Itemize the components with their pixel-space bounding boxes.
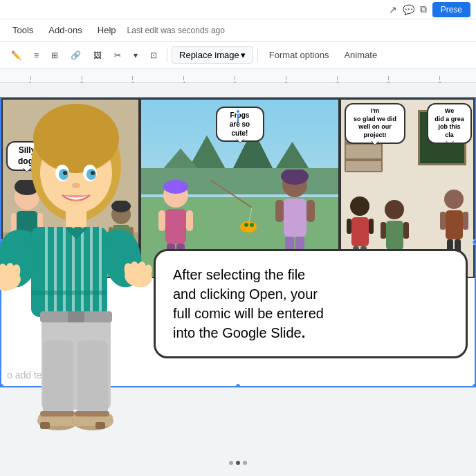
slide-dot-3	[243, 461, 247, 465]
svg-rect-71	[63, 227, 66, 317]
svg-point-63	[63, 171, 67, 175]
svg-rect-89	[43, 340, 73, 416]
comment-icon: 💬	[403, 4, 414, 15]
bitmoji-character	[0, 83, 159, 470]
frog-scene	[210, 180, 266, 235]
toolbar-separator	[167, 48, 167, 62]
svg-rect-51	[446, 210, 463, 239]
svg-rect-90	[77, 340, 108, 416]
svg-rect-99	[31, 291, 107, 295]
svg-rect-94	[40, 422, 50, 429]
svg-rect-37	[306, 200, 315, 222]
bitmoji-svg	[0, 83, 159, 470]
svg-rect-72	[72, 227, 75, 317]
replace-image-button[interactable]: Replace image ▾	[172, 46, 253, 64]
svg-rect-69	[45, 227, 48, 317]
slide-dot-2	[236, 461, 240, 465]
svg-rect-24	[158, 210, 165, 231]
slideshow-icon: ⧉	[420, 3, 427, 15]
handle-dot[interactable]	[235, 109, 241, 114]
svg-point-50	[444, 190, 464, 209]
edit-icon-btn[interactable]: ✏️	[6, 48, 27, 63]
svg-point-30	[250, 223, 254, 227]
svg-rect-97	[75, 411, 109, 416]
svg-rect-93	[40, 411, 75, 416]
slide-dots	[229, 461, 247, 465]
trend-icon: ↗	[389, 4, 397, 15]
annotation-box: After selecting the fileand clicking Ope…	[154, 249, 468, 358]
toolbar-icon-2[interactable]: ≡	[28, 48, 44, 63]
replace-image-label: Replace image	[179, 50, 239, 60]
svg-point-28	[240, 221, 257, 232]
selection-handle-top[interactable]	[235, 109, 241, 122]
svg-rect-70	[54, 227, 57, 317]
bubble-glad: I'mso glad we didwell on ourproject!	[345, 103, 405, 144]
svg-rect-33	[284, 199, 306, 237]
window-chrome: ↗ 💬 ⧉ Prese	[0, 0, 476, 19]
corner-handle-br[interactable]	[472, 383, 476, 387]
format-options-button[interactable]: Format options	[262, 47, 336, 63]
svg-rect-42	[347, 219, 351, 234]
svg-rect-88	[68, 311, 84, 322]
menu-addons[interactable]: Add-ons	[42, 22, 89, 38]
svg-rect-67	[66, 209, 86, 230]
svg-rect-73	[81, 227, 84, 317]
toolbar-separator-2	[257, 48, 258, 62]
toolbar: ✏️ ≡ ⊞ 🔗 🖼 ✂ ▾ ⊡ Replace image ▾ Format …	[0, 42, 476, 69]
svg-rect-75	[99, 227, 102, 317]
toolbar-icon-3[interactable]: ⊞	[46, 48, 64, 63]
handle-line	[237, 114, 239, 122]
svg-rect-98	[95, 422, 105, 429]
menu-help[interactable]: Help	[91, 22, 123, 38]
svg-rect-48	[381, 222, 386, 239]
crop-icon-btn[interactable]: ✂	[109, 48, 127, 63]
menu-bar: Tools Add-ons Help Last edit was seconds…	[0, 19, 476, 42]
svg-point-58	[33, 104, 119, 173]
svg-rect-45	[386, 221, 403, 250]
svg-point-64	[91, 171, 95, 175]
svg-point-20	[163, 180, 188, 194]
svg-rect-36	[275, 200, 284, 222]
annotation-bold: .	[302, 325, 306, 340]
ruler: 1 2 3 4 5 6 7 8 9	[0, 69, 476, 83]
svg-point-38	[350, 196, 369, 216]
link-icon-btn[interactable]: 🔗	[65, 48, 86, 63]
svg-rect-55	[463, 212, 468, 230]
svg-rect-54	[440, 212, 446, 230]
svg-line-26	[210, 180, 252, 208]
svg-rect-21	[165, 209, 186, 244]
svg-rect-68	[31, 227, 107, 317]
slide-dot-1	[229, 461, 233, 465]
svg-rect-43	[369, 219, 374, 234]
svg-rect-49	[403, 222, 409, 239]
annotation-text: After selecting the fileand clicking Ope…	[173, 267, 324, 340]
svg-rect-25	[186, 210, 193, 231]
crop-dropdown-btn[interactable]: ▾	[128, 48, 143, 63]
menu-tools[interactable]: Tools	[6, 22, 40, 38]
svg-rect-74	[90, 227, 93, 317]
svg-point-44	[385, 200, 404, 219]
toolbar-icon-4[interactable]: ⊡	[145, 48, 163, 63]
replace-image-arrow: ▾	[241, 50, 246, 60]
present-button[interactable]: Prese	[432, 2, 470, 17]
bubble-we-did: Wedid a greajob this cla	[427, 103, 472, 144]
svg-point-66	[71, 199, 82, 205]
svg-point-65	[72, 183, 80, 188]
image-icon-btn[interactable]: 🖼	[88, 48, 107, 63]
corner-handle-bm[interactable]	[235, 383, 241, 387]
svg-rect-39	[351, 217, 369, 246]
corner-handle-mr[interactable]	[472, 239, 476, 245]
animate-button[interactable]: Animate	[337, 47, 384, 63]
last-edit-label: Last edit was seconds ago	[127, 26, 225, 35]
svg-point-29	[244, 223, 248, 227]
canvas-area: Sillydog!	[0, 83, 476, 470]
